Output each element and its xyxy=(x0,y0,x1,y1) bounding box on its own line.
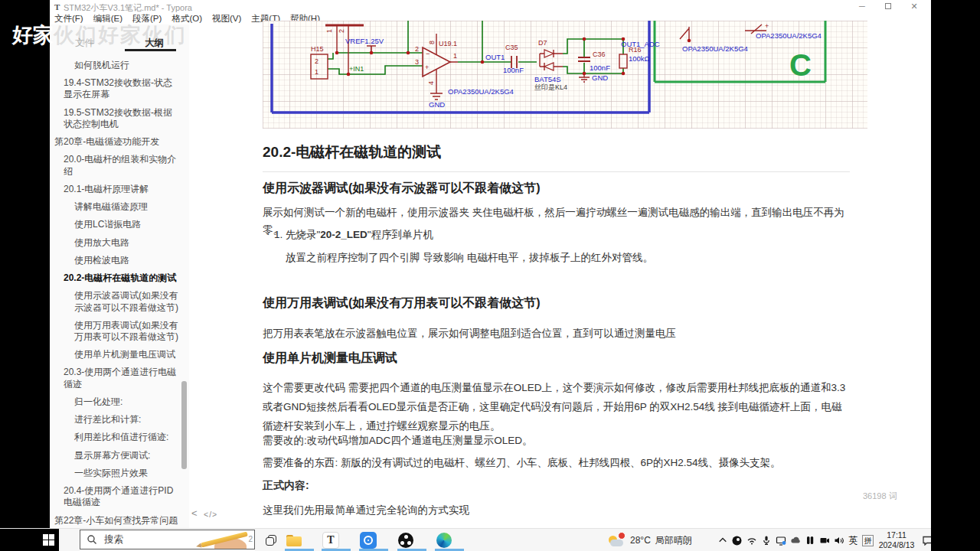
edge-browser-icon[interactable] xyxy=(436,533,452,548)
menu-paragraph[interactable]: 段落(P) xyxy=(132,13,162,24)
menu-edit[interactable]: 编辑(E) xyxy=(93,13,122,24)
screen-recorder-icon[interactable] xyxy=(360,532,377,549)
minimize-button[interactable]: ─ xyxy=(851,1,874,12)
search-badge: 2 xyxy=(248,535,253,543)
doc-heading-multimeter: 使用万用表调试(如果没有万用表可以不跟着做这节) xyxy=(263,295,541,311)
obs-tray-icon[interactable] xyxy=(731,535,743,546)
menu-file[interactable]: 文件(F) xyxy=(54,13,83,24)
search-icon xyxy=(87,534,97,545)
microphone-icon[interactable] xyxy=(760,535,772,546)
source-code-mode-icon[interactable]: </> xyxy=(204,510,217,519)
app-tray-icon[interactable] xyxy=(804,535,815,546)
top-pin-2: 2 xyxy=(338,29,345,33)
outline-item-active[interactable]: 20.2-电磁杆在磁轨道的测试 xyxy=(50,272,189,284)
top-pin-1: 1 xyxy=(325,29,333,33)
label-gnd-2: GND xyxy=(592,73,608,82)
label-c35: C35 xyxy=(505,44,518,51)
start-button-icon[interactable] xyxy=(43,534,54,546)
tray-expand-icon[interactable] xyxy=(717,535,728,546)
doc-paragraph-bold: 正式内容: xyxy=(263,477,849,494)
sidebar: 文件 大纲 如何脱机运行 19.4-STM32接收数据-状态显示在屏幕 19.5… xyxy=(50,24,189,528)
obs-icon[interactable] xyxy=(398,533,413,548)
clock-time: 17:11 xyxy=(874,530,919,540)
outline-item[interactable]: 讲解电磁循迹原理 xyxy=(50,201,189,213)
list-text: "程序到单片机 xyxy=(368,229,433,240)
sidebar-tabs: 文件 大纲 xyxy=(50,34,189,56)
label-silkscreen: 丝印是KL4 xyxy=(534,83,567,91)
outline-item[interactable]: 使用放大电路 xyxy=(50,237,189,249)
window-title: STM32小车V3.1笔记.md* - Typora xyxy=(64,2,192,14)
outline-item[interactable]: 使用万用表调试(如果没有万用表可以不跟着做这节) xyxy=(50,320,189,343)
file-explorer-icon[interactable] xyxy=(286,535,302,546)
opamp-minus: − xyxy=(426,50,430,57)
taskbar-search-input[interactable]: 搜索 2 xyxy=(80,530,255,549)
weather-widget[interactable]: 28°C 局部晴朗 xyxy=(607,529,692,551)
label-h15: H15 xyxy=(311,45,324,53)
outline-item[interactable]: 20.3-使用两个通道进行电磁循迹 xyxy=(50,367,189,390)
outline-item[interactable]: 20.4-使用两个通道进行PID电磁循迹 xyxy=(50,485,189,508)
ime-language-indicator[interactable]: 英 xyxy=(848,535,859,546)
outline-item[interactable]: 使用LC谐振电路 xyxy=(50,219,189,230)
diode-top xyxy=(544,50,554,57)
volume-icon[interactable] xyxy=(833,535,844,546)
cloud-sync-icon[interactable] xyxy=(789,535,801,546)
wifi-icon[interactable] xyxy=(746,535,757,546)
tab-outline[interactable]: 大纲 xyxy=(119,34,189,56)
menu-view[interactable]: 视图(V) xyxy=(212,13,241,24)
outline-item[interactable]: 19.4-STM32接收数据-状态显示在屏幕 xyxy=(50,77,189,100)
task-view-icon[interactable] xyxy=(266,535,276,546)
ime-mode-indicator[interactable]: 拼 xyxy=(862,535,874,546)
weather-temperature: 28°C xyxy=(630,535,651,546)
camcorder-icon[interactable] xyxy=(818,535,830,546)
outline-item[interactable]: 如何脱机运行 xyxy=(50,60,189,71)
outline-item[interactable]: 使用单片机测量电压调试 xyxy=(50,349,189,360)
typora-taskbar-icon[interactable]: T xyxy=(322,532,339,549)
typora-app-icon: T xyxy=(54,2,60,11)
weather-icon xyxy=(607,532,626,549)
outline-item[interactable]: 20.0-电磁杆的组装和实物介绍 xyxy=(50,154,189,177)
label-out1: OUT1 xyxy=(485,53,505,61)
letterbox-left xyxy=(0,0,50,551)
label-d7: D7 xyxy=(538,39,547,47)
label-u19: U19.1 xyxy=(439,40,457,47)
menu-format[interactable]: 格式(O) xyxy=(172,13,202,24)
tab-files[interactable]: 文件 xyxy=(50,34,119,56)
letterbox-right xyxy=(931,0,980,551)
outline-item[interactable]: 利用差比和值进行循迹: xyxy=(50,432,189,443)
title-bar: T STM32小车V3.1笔记.md* - Typora ─ ✕ xyxy=(50,0,931,13)
sidebar-toggle-icon[interactable]: < xyxy=(191,507,198,519)
weather-description: 局部晴朗 xyxy=(655,534,692,547)
outline-item[interactable]: 20.1-电磁杆原理讲解 xyxy=(50,184,189,195)
taskbar: 搜索 2 T 28°C 局部晴朗 xyxy=(0,528,931,551)
opamp-pin3: 3 xyxy=(415,58,419,66)
outline-item[interactable]: 第20章-电磁循迹功能开发 xyxy=(50,136,189,148)
label-opa-1: OPA2350UA/2K5G4 xyxy=(448,87,514,96)
active-tab-underline xyxy=(125,49,176,51)
close-button[interactable]: ✕ xyxy=(903,1,926,12)
outline-item[interactable]: 显示屏幕方便调试: xyxy=(50,450,189,461)
outline-item[interactable]: 第22章-小车如何查找异常问题 xyxy=(50,515,189,527)
outline-item[interactable]: 归一化处理: xyxy=(50,396,189,408)
outline-item[interactable]: 一些实际照片效果 xyxy=(50,468,189,479)
opamp-pin1: 1 xyxy=(453,52,457,60)
outline-item[interactable]: 进行差比和计算: xyxy=(50,414,189,425)
doc-paragraph: 需要准备的东西: 新版的没有调试过的电磁杆、螺丝刀、小车、底板、杜邦线四根、6P… xyxy=(263,454,849,471)
typora-window: T STM32小车V3.1笔记.md* - Typora ─ ✕ 文件(F) 编… xyxy=(50,0,931,528)
probe-plus: + xyxy=(765,22,769,30)
pin-1: 1 xyxy=(315,68,318,76)
label-c36: C36 xyxy=(593,51,606,58)
opamp-pin4: 4 xyxy=(427,81,435,85)
maximize-button[interactable] xyxy=(877,1,900,12)
sidebar-scrollbar[interactable] xyxy=(181,381,187,469)
outline-list: 如何脱机运行 19.4-STM32接收数据-状态显示在屏幕 19.5-STM32… xyxy=(50,60,189,533)
label-opa-2: OPA2350UA/2K5G4 xyxy=(682,44,748,53)
outline-item[interactable]: 使用检波电路 xyxy=(50,255,189,266)
outline-item[interactable]: 使用示波器调试(如果没有示波器可以不跟着做这节) xyxy=(50,290,189,313)
pin-2: 2 xyxy=(315,57,318,65)
display-status-icon[interactable] xyxy=(775,535,786,546)
sheet-letter-c: C xyxy=(789,48,812,82)
outline-item[interactable]: 19.5-STM32接收数据-根据状态控制电机 xyxy=(50,107,189,130)
taskbar-clock[interactable]: 17:11 2024/8/13 xyxy=(874,530,919,550)
doc-heading-mcu: 使用单片机测量电压调试 xyxy=(263,350,397,367)
probe-symbol-1 xyxy=(680,27,689,41)
